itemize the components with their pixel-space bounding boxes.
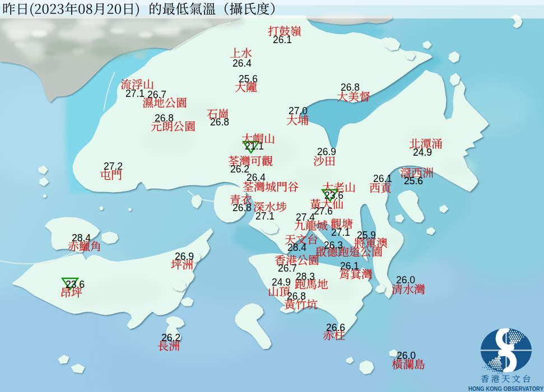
svg-text:26.1: 26.1 bbox=[340, 260, 359, 272]
svg-text:27.6: 27.6 bbox=[314, 206, 333, 217]
svg-text:21.1: 21.1 bbox=[245, 141, 264, 152]
svg-text:26.8: 26.8 bbox=[210, 116, 229, 128]
svg-text:28.4: 28.4 bbox=[287, 242, 306, 253]
svg-text:27.2: 27.2 bbox=[104, 161, 123, 172]
svg-text:26.1: 26.1 bbox=[273, 34, 292, 45]
svg-text:27.1: 27.1 bbox=[125, 88, 145, 99]
svg-text:26.8: 26.8 bbox=[155, 113, 174, 124]
svg-text:26.8: 26.8 bbox=[287, 291, 306, 302]
svg-text:27.1: 27.1 bbox=[331, 227, 350, 238]
svg-text:26.0: 26.0 bbox=[397, 350, 416, 361]
svg-text:25.9: 25.9 bbox=[357, 230, 376, 241]
svg-text:26.9: 26.9 bbox=[175, 251, 194, 262]
svg-text:24.9: 24.9 bbox=[272, 277, 291, 288]
svg-text:26.3: 26.3 bbox=[324, 240, 343, 251]
svg-text:28.3: 28.3 bbox=[296, 271, 315, 282]
svg-text:24.9: 24.9 bbox=[413, 147, 432, 158]
svg-text:26.8: 26.8 bbox=[233, 202, 252, 213]
svg-text:26.4: 26.4 bbox=[233, 58, 252, 69]
svg-text:26.7: 26.7 bbox=[278, 263, 297, 274]
svg-text:26.7: 26.7 bbox=[147, 89, 166, 100]
svg-text:27.1: 27.1 bbox=[255, 211, 275, 222]
svg-text:26.0: 26.0 bbox=[396, 274, 415, 286]
svg-text:26.4: 26.4 bbox=[247, 172, 266, 183]
svg-text:26.1: 26.1 bbox=[373, 173, 392, 184]
svg-text:26.9: 26.9 bbox=[317, 146, 336, 157]
svg-text:26.2: 26.2 bbox=[161, 332, 180, 343]
svg-text:27.0: 27.0 bbox=[289, 105, 308, 116]
svg-text:28.4: 28.4 bbox=[72, 232, 91, 244]
svg-text:23.6: 23.6 bbox=[66, 279, 85, 290]
svg-text:25.6: 25.6 bbox=[239, 73, 258, 85]
svg-text:26.8: 26.8 bbox=[341, 82, 360, 93]
svg-text:27.4: 27.4 bbox=[296, 212, 315, 223]
svg-text:25.6: 25.6 bbox=[404, 175, 423, 186]
svg-text:26.6: 26.6 bbox=[326, 322, 345, 333]
svg-text:HONG KONG OBSERVATORY: HONG KONG OBSERVATORY bbox=[468, 385, 544, 392]
